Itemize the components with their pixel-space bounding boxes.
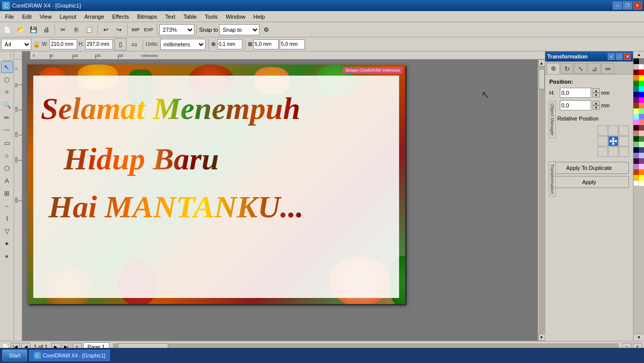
swatch-red[interactable] [639, 70, 645, 75]
swatch-white2[interactable] [633, 180, 639, 186]
menu-tools[interactable]: Tools [201, 13, 222, 21]
transformation-tab[interactable]: Transformation [549, 161, 556, 197]
open-button[interactable]: 📂 [14, 24, 26, 36]
swatch-ltred[interactable] [639, 119, 645, 125]
swatch-cyan[interactable] [639, 86, 645, 92]
swatch-ltgreen[interactable] [639, 108, 645, 114]
save-button[interactable]: 💾 [27, 24, 39, 36]
ellipse-tool[interactable]: ○ [1, 149, 13, 161]
swatch-mdblue[interactable] [633, 153, 639, 158]
orient-landscape[interactable]: ▭ [128, 38, 140, 50]
tab-scale[interactable]: ⤡ [574, 63, 587, 74]
dimension-tool[interactable]: ↔ [1, 200, 13, 212]
swatch-magenta[interactable] [639, 97, 645, 103]
panel-float-button[interactable]: □ [616, 53, 623, 60]
v-input[interactable] [560, 100, 591, 110]
start-button[interactable]: Start [2, 349, 27, 361]
grid-tr[interactable] [619, 126, 629, 136]
copy-button[interactable]: ⎘ [70, 24, 82, 36]
orient-portrait[interactable]: ▯ [114, 38, 126, 50]
swatch-vltblue[interactable] [639, 153, 645, 158]
swatch-vdkred[interactable] [633, 125, 639, 131]
swatch-orange2[interactable] [639, 169, 645, 175]
freehand-tool[interactable]: ✏ [1, 111, 13, 124]
menu-edit[interactable]: Edit [18, 13, 36, 21]
fill-tool[interactable]: ▽ [1, 225, 13, 237]
swatch-teal[interactable] [633, 86, 639, 92]
swatch-green[interactable] [633, 81, 639, 86]
scroll-up-button[interactable]: ▲ [538, 59, 545, 67]
swatch-dkblue2[interactable] [639, 147, 645, 153]
swatch-white[interactable] [638, 64, 644, 70]
crop-tool[interactable]: ⌗ [1, 86, 13, 98]
scroll-track-v[interactable] [539, 67, 545, 334]
tab-mirror[interactable]: ⇔ [601, 63, 614, 74]
grid-mc[interactable] [608, 136, 618, 146]
restore-button[interactable]: ❐ [623, 2, 632, 10]
taskbar-corel[interactable]: C CorelDRAW X4 - [Graphic1] [29, 350, 110, 361]
grid-br[interactable] [619, 147, 629, 157]
width-input[interactable] [49, 39, 77, 49]
table-tool[interactable]: ⊞ [1, 187, 13, 199]
grid-mr[interactable] [619, 136, 629, 146]
swatch-navy[interactable] [633, 92, 639, 97]
swatch-purple[interactable] [633, 97, 639, 103]
swatch-mdpurple[interactable] [633, 164, 639, 169]
tab-position[interactable]: ⊕ [547, 63, 560, 74]
swatch-rust[interactable] [633, 169, 639, 175]
swatch-ltblue[interactable] [639, 114, 645, 119]
interactive-tool[interactable]: ◈ [1, 250, 13, 262]
menu-file[interactable]: File [1, 13, 18, 21]
swatch-vdkblue[interactable] [633, 147, 639, 153]
scroll-thumb-v[interactable] [539, 69, 545, 89]
grid-bl[interactable] [598, 147, 608, 157]
swatch-black[interactable] [633, 58, 639, 64]
rectangle-tool[interactable]: ▭ [1, 137, 13, 149]
swatch-brown[interactable] [633, 103, 639, 108]
page-size-select[interactable]: A4 Letter A3 [1, 39, 31, 50]
swatch-salmon[interactable] [639, 103, 645, 108]
text-hidup[interactable]: Hidup Baru [63, 141, 219, 177]
grid-bc[interactable] [608, 147, 618, 157]
polygon-tool[interactable]: ⬠ [1, 162, 13, 174]
v-spin-up[interactable]: ▲ [593, 101, 600, 105]
swatch-vdkgreen[interactable] [633, 136, 639, 142]
paste-button[interactable]: 📋 [83, 24, 95, 36]
tab-skew[interactable]: ⊿ [588, 63, 601, 74]
menu-window[interactable]: Window [222, 13, 249, 21]
swatch-darkred[interactable] [633, 70, 639, 75]
export-button[interactable]: EXP [143, 24, 155, 36]
shape-tool[interactable]: ⬡ [1, 74, 13, 86]
grid-x-input[interactable] [253, 39, 279, 49]
swatch-blue[interactable] [639, 92, 645, 97]
swatch-mdpink[interactable] [633, 131, 639, 136]
grid-tl[interactable] [598, 126, 608, 136]
palette-scroll-up[interactable]: ▲ [633, 51, 644, 58]
cut-button[interactable]: ✂ [57, 24, 69, 36]
grid-tc[interactable] [608, 126, 618, 136]
grid-ml[interactable] [598, 136, 608, 146]
eyedropper-tool[interactable]: ✦ [1, 237, 13, 250]
undo-button[interactable]: ↩ [100, 24, 112, 36]
swatch-ltcyan[interactable] [633, 114, 639, 119]
panel-close-button[interactable]: ✕ [624, 53, 631, 60]
select-tool[interactable]: ↖ [1, 61, 13, 73]
object-manager-tab[interactable]: Object Manager [549, 101, 556, 138]
swatch-lime[interactable] [639, 81, 645, 86]
smart-draw-tool[interactable]: 〰 [1, 124, 13, 136]
swatch-ltpink[interactable] [639, 131, 645, 136]
import-button[interactable]: IMP [130, 24, 142, 36]
canvas-viewport[interactable]: Selamat Menempuh Hidup Baru Hai MANTANKU… [22, 59, 538, 341]
redo-button[interactable]: ↪ [113, 24, 125, 36]
swatch-dkpurple2[interactable] [639, 158, 645, 164]
menu-help[interactable]: Help [249, 13, 269, 21]
close-button[interactable]: ✕ [633, 2, 642, 10]
snap-settings-button[interactable]: ⚙ [261, 24, 273, 36]
swatch-mdgreen[interactable] [633, 142, 639, 147]
swatch-dkgreen2[interactable] [639, 136, 645, 142]
h-input[interactable] [560, 88, 591, 98]
swatch-vltpurple[interactable] [639, 164, 645, 169]
swatch-yellow[interactable] [639, 75, 645, 81]
units-select[interactable]: millimeters inches pixels [160, 39, 206, 50]
text-selamat[interactable]: Selamat Menempuh [41, 91, 300, 127]
